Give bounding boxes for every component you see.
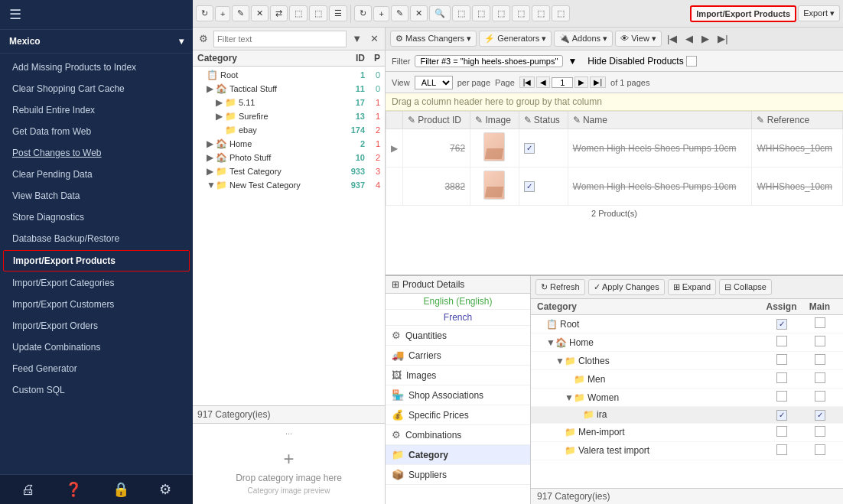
sidebar-item-7[interactable]: Store Diagnostics	[0, 206, 193, 228]
filter-value[interactable]: Filter #3 = "high heels-shoes-pumps"	[415, 55, 563, 67]
nav-left-end-btn[interactable]: |◀	[664, 31, 680, 46]
assign-row[interactable]: ▼📁Women	[531, 389, 843, 407]
page-input[interactable]	[552, 77, 573, 88]
detail-item-quantities[interactable]: ⚙Quantities	[386, 326, 530, 346]
assign-checkbox[interactable]	[776, 391, 787, 402]
refresh2-btn[interactable]: ↻	[354, 5, 372, 21]
search-btn[interactable]: 🔍	[429, 5, 451, 21]
assign-checkbox[interactable]	[776, 426, 787, 437]
print-icon[interactable]: 🖨	[21, 482, 35, 498]
nav-right-btn[interactable]: ▶	[698, 31, 712, 46]
delete2-btn[interactable]: ✕	[410, 5, 428, 21]
main-checkbox[interactable]: ✓	[815, 410, 825, 421]
sidebar-item-12[interactable]: Import/Export Orders	[0, 315, 193, 337]
sidebar-item-1[interactable]: Clear Shopping Cart Cache	[0, 78, 193, 99]
detail-item-suppliers[interactable]: 📦Suppliers	[386, 465, 530, 485]
assign-checkbox[interactable]	[776, 354, 787, 365]
refresh-assign-btn[interactable]: ↻ Refresh	[535, 279, 585, 295]
view2-btn[interactable]: ⬚	[452, 5, 470, 21]
refresh-btn[interactable]: ↻	[196, 5, 213, 21]
store-selector[interactable]: Mexico ▾	[0, 30, 193, 54]
edit-btn[interactable]: ✎	[232, 5, 249, 21]
swap-btn[interactable]: ⇄	[270, 5, 288, 21]
assign-row[interactable]: ▼🏠Home	[531, 333, 843, 352]
cat-row[interactable]: ▶🏠Home21	[193, 137, 385, 151]
import-export-products-btn[interactable]: Import/Export Products	[690, 5, 796, 22]
sidebar-item-6[interactable]: View Batch Data	[0, 185, 193, 206]
nav4-btn[interactable]: ⬚	[552, 5, 570, 21]
nav2-btn[interactable]: ⬚	[512, 5, 530, 21]
table-row[interactable]: ▶ 762 ✓ Women High Heels Shoes Pumps 10c…	[386, 129, 843, 167]
delete-btn[interactable]: ✕	[251, 5, 269, 21]
tree-toggle[interactable]: ▶	[207, 152, 216, 163]
cat-row[interactable]: ▶🏠Photo Stuff102	[193, 151, 385, 164]
nav3-btn[interactable]: ⬚	[532, 5, 550, 21]
apply-changes-btn[interactable]: ✓ Apply Changes	[588, 279, 665, 295]
col-status[interactable]: ✎ Status	[519, 112, 568, 129]
grid2-btn[interactable]: ⬚	[472, 5, 490, 21]
hide-disabled-checkbox[interactable]	[686, 56, 697, 67]
nav1-btn[interactable]: ⬚	[492, 5, 510, 21]
edit2-btn[interactable]: ✎	[391, 5, 408, 21]
sidebar-item-11[interactable]: Import/Export Customers	[0, 294, 193, 315]
tree-toggle[interactable]: ▶	[216, 111, 225, 122]
add-btn[interactable]: +	[215, 6, 230, 21]
assign-checkbox[interactable]	[776, 444, 787, 455]
detail-item-category[interactable]: 📁Category	[386, 445, 530, 465]
generators-btn[interactable]: ⚡ Generators ▾	[479, 31, 552, 47]
assign-tree-toggle[interactable]: ▼	[555, 356, 565, 366]
sidebar-item-8[interactable]: Database Backup/Restore	[0, 228, 193, 249]
cat-row[interactable]: ▶🏠Tactical Stuff110	[193, 82, 385, 96]
view-btn[interactable]: 👁 View ▾	[615, 31, 662, 47]
col-name[interactable]: ✎ Name	[568, 112, 752, 129]
assign-checkbox[interactable]	[776, 372, 787, 383]
sidebar-item-2[interactable]: Rebuild Entire Index	[0, 99, 193, 121]
tree-toggle[interactable]: ▶	[207, 138, 216, 149]
sidebar-item-0[interactable]: Add Missing Products to Index	[0, 57, 193, 78]
status-checkbox[interactable]: ✓	[524, 181, 535, 192]
tree-toggle[interactable]: ▶	[207, 83, 216, 94]
settings-icon[interactable]: ⚙	[159, 481, 171, 498]
assign-row[interactable]: 📁Valera test import	[531, 442, 843, 460]
main-checkbox[interactable]	[815, 444, 825, 455]
sidebar-item-14[interactable]: Feed Generator	[0, 358, 193, 379]
detail-item-combinations[interactable]: ⚙Combinations	[386, 425, 530, 445]
sidebar-item-9[interactable]: Import/Export Products	[3, 250, 190, 272]
sidebar-item-3[interactable]: Get Data from Web	[0, 121, 193, 142]
col-reference[interactable]: ✎ Reference	[752, 112, 843, 129]
main-checkbox[interactable]	[815, 336, 825, 346]
addons-btn[interactable]: 🔌 Addons ▾	[554, 31, 613, 47]
nav-left-btn[interactable]: ◀	[682, 31, 696, 46]
sidebar-item-4[interactable]: Post Changes to Web	[0, 142, 193, 164]
next-page-btn[interactable]: ▶	[574, 76, 588, 88]
hamburger-icon[interactable]: ☰	[9, 6, 21, 23]
status-cell[interactable]: ✓	[519, 129, 568, 167]
lock-icon[interactable]: 🔒	[112, 481, 129, 498]
cat-row[interactable]: 📋Root10	[193, 68, 385, 82]
filter-apply-btn[interactable]: ▼	[349, 31, 365, 46]
main-checkbox[interactable]	[815, 317, 825, 328]
assign-row[interactable]: 📋Root✓	[531, 315, 843, 333]
cat-row[interactable]: ▶📁5.11171	[193, 96, 385, 109]
cat-row[interactable]: ▼📁New Test Category9374	[193, 178, 385, 192]
export-btn[interactable]: Export ▾	[798, 5, 840, 21]
filter-clear-btn[interactable]: ✕	[367, 31, 382, 46]
prev-page-btn[interactable]: ◀	[536, 76, 550, 88]
view-select[interactable]: ALL	[415, 76, 453, 89]
assign-row[interactable]: ▼📁Clothes	[531, 352, 843, 370]
collapse-btn[interactable]: ⊟ Collapse	[719, 279, 772, 295]
cat-row[interactable]: ▶📁Surefire131	[193, 109, 385, 123]
detail-item-images[interactable]: 🖼Images	[386, 366, 530, 385]
detail-item-shop-associations[interactable]: 🏪Shop Associations	[386, 385, 530, 405]
first-page-btn[interactable]: |◀	[519, 76, 535, 88]
mass-changers-btn[interactable]: ⚙ Mass Changers ▾	[390, 31, 477, 47]
cat-row[interactable]: ▶📁Test Category9333	[193, 164, 385, 178]
assign-row[interactable]: 📁ira✓✓	[531, 407, 843, 424]
lang-french[interactable]: French	[386, 310, 530, 326]
copy-btn[interactable]: ⬚	[289, 5, 308, 21]
tree-toggle[interactable]: ▼	[207, 180, 216, 190]
category-filter-input[interactable]	[213, 31, 347, 47]
status-cell[interactable]: ✓	[519, 167, 568, 206]
expand-cell[interactable]: ▶	[386, 129, 403, 167]
assign-tree-toggle[interactable]: ▼	[546, 337, 555, 348]
